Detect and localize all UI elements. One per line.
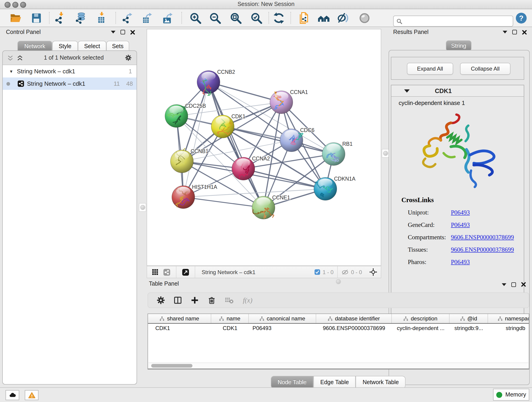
network-node[interactable]: CCNE1 [252,195,290,219]
search-text[interactable] [404,17,510,25]
panel-menu-icon[interactable] [502,283,506,286]
collapse-all-button[interactable]: Collapse All [460,63,510,75]
export-table-icon[interactable] [140,11,153,25]
warnings-button[interactable] [25,390,38,400]
column-header[interactable]: name [211,314,249,323]
table-row[interactable]: CDK1 CDK1 P06493 9606.ENSP00000378699 cy… [148,324,529,333]
column-header[interactable]: canonical name [249,314,316,323]
home-icon[interactable] [317,11,330,25]
tab-edge-table[interactable]: Edge Table [313,376,356,389]
network-edge[interactable] [183,197,264,208]
close-panel-icon[interactable] [522,30,527,35]
gene-section-header[interactable]: CDK1 [391,85,524,97]
network-view-title: String Network – cdk1 [202,269,255,275]
network-node[interactable]: CCNA2 [232,156,270,180]
crosslink-link[interactable]: P06493 [451,259,470,266]
apply-layout-icon[interactable] [272,11,285,25]
tab-network-table[interactable]: Network Table [356,376,406,389]
column-header[interactable]: @id [450,314,488,323]
tab-select[interactable]: Select [78,41,106,52]
close-panel-icon[interactable] [130,30,135,35]
horizontal-scrollbar[interactable] [148,363,528,369]
network-collection-row[interactable]: ▼ String Network – cdk1 1 [3,65,137,77]
column-header[interactable]: description [392,314,450,323]
import-network-database-icon[interactable] [74,11,88,25]
float-panel-icon[interactable] [120,30,125,34]
hide-panel-eye-icon[interactable] [336,11,350,25]
delete-table-icon[interactable] [225,296,234,305]
network-canvas[interactable]: CCNB2CCNA1CDC25BCDK1CDC6RB1CCNB1CCNA2CDK… [147,29,381,266]
column-header[interactable]: namespace [488,314,529,323]
network-edge[interactable] [183,82,209,197]
open-session-icon[interactable] [9,11,22,25]
network-from-file-icon[interactable] [297,11,311,25]
zoom-selected-icon[interactable] [249,11,263,25]
network-node[interactable]: HIST1H1A [172,184,217,209]
tab-sets[interactable]: Sets [106,41,129,52]
network-view-share-icon[interactable] [163,268,171,276]
crosslink-link[interactable]: P06493 [451,209,470,216]
network-node[interactable]: CDKN1A [314,176,355,200]
panel-menu-icon[interactable] [111,31,115,33]
selected-checkbox-icon[interactable] [314,269,320,275]
float-panel-icon[interactable] [512,30,517,34]
close-panel-icon[interactable] [521,282,526,287]
expand-all-button[interactable]: Expand All [407,63,453,75]
pan-crosshair-icon[interactable] [369,268,377,276]
grid-view-icon[interactable] [152,269,158,275]
network-node[interactable]: CDC25B [165,103,206,128]
add-column-plus-icon[interactable] [190,296,199,305]
gear-icon[interactable] [125,54,132,61]
detach-view-icon[interactable] [182,268,189,276]
tab-style[interactable]: Style [52,41,78,52]
left-splitter-handle[interactable] [139,203,146,212]
zoom-fit-icon[interactable] [229,11,242,25]
expander-icon[interactable]: ▼ [9,69,13,74]
network-node[interactable]: RB1 [322,141,353,166]
network-node[interactable]: CCNB1 [171,148,209,173]
tab-node-table[interactable]: Node Table [271,376,313,389]
crosslink-link[interactable]: 9606.ENSP00000378699 [451,234,514,241]
panel-menu-icon[interactable] [503,31,507,33]
tab-network[interactable]: Network [17,41,52,52]
column-header[interactable]: database identifier [316,314,392,323]
import-table-icon[interactable] [94,11,108,25]
collapse-all-icon[interactable] [7,55,13,61]
network-label: String Network – cdk1 [27,80,85,87]
memory-button[interactable]: Memory [493,389,529,401]
edge-count: 48 [126,80,133,87]
export-image-icon[interactable] [160,11,174,25]
crosslink-link[interactable]: 9606.ENSP00000378699 [451,246,514,254]
help-icon[interactable]: ? [514,11,528,25]
scrollbar-thumb[interactable] [151,364,192,368]
search-input[interactable] [393,16,513,27]
zoom-window-button[interactable] [20,2,26,7]
close-window-button[interactable] [5,2,11,7]
function-builder-icon[interactable]: f(x) [243,296,253,304]
export-network-icon[interactable] [120,11,134,25]
show-eye-icon[interactable] [357,11,371,25]
float-panel-icon[interactable] [511,282,516,287]
network-node[interactable]: CDK1 [211,114,245,138]
import-network-file-icon[interactable] [53,11,67,25]
show-columns-icon[interactable] [173,296,182,305]
network-node[interactable]: CCNB2 [197,69,235,95]
column-label: shared name [167,315,199,322]
save-session-icon[interactable] [29,11,43,25]
delete-column-trash-icon[interactable] [207,296,216,305]
zoom-out-icon[interactable] [208,11,222,25]
right-splitter-handle[interactable] [382,149,389,158]
minimize-window-button[interactable] [12,2,18,7]
tab-string[interactable]: String [446,40,472,51]
column-header[interactable]: shared name [148,314,211,323]
collapse-section-icon[interactable] [404,89,410,92]
expand-all-icon[interactable] [17,55,23,61]
zoom-in-icon[interactable] [188,11,202,25]
network-node[interactable]: CCNA1 [270,89,308,114]
svg-text:?: ? [519,14,523,22]
table-settings-gear-icon[interactable] [156,296,165,305]
cloud-button[interactable] [6,390,19,400]
network-row-selected[interactable]: String Network – cdk1 11 48 [3,77,137,90]
crosslink-link[interactable]: P06493 [451,221,470,229]
horizontal-splitter-handle[interactable] [336,279,341,284]
